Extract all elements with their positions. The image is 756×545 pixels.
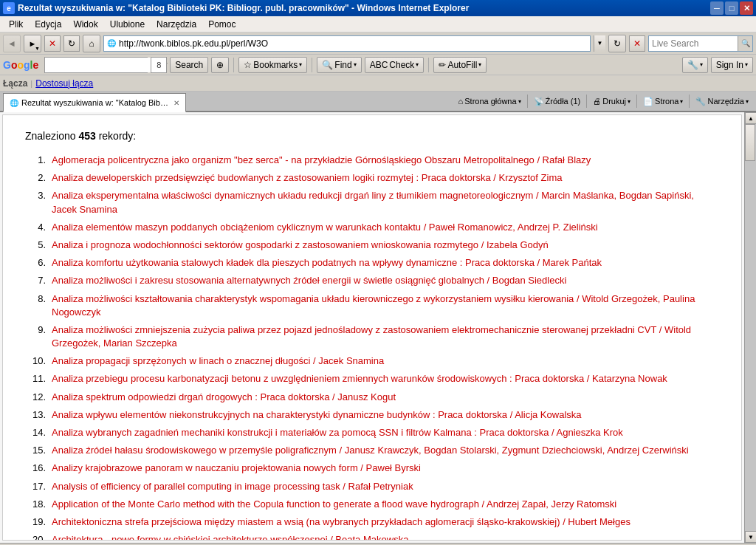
check-button[interactable]: ABC Check ▾ — [365, 57, 425, 73]
item-number: 7. — [25, 274, 46, 287]
scroll-track[interactable] — [745, 124, 756, 531]
item-number: 13. — [25, 408, 46, 422]
stop-button[interactable]: ✕ — [44, 35, 61, 52]
list-item: 2.Analiza deweloperskich przedsięwzięć b… — [25, 171, 719, 185]
google-search-input[interactable] — [45, 58, 162, 72]
customize-links[interactable]: Dostosuj łącza — [35, 78, 93, 89]
item-number: 5. — [25, 239, 46, 252]
add-button[interactable]: ⊕ — [211, 57, 229, 73]
item-link[interactable]: Analiza propagacji sprzężonych w linach … — [52, 354, 384, 368]
list-item: 20.Architektura - nowe formy w chińskiej… — [25, 533, 719, 541]
menu-ulubione[interactable]: Ulubione — [104, 18, 151, 31]
item-link[interactable]: Analiza komfortu użytkowania stalowych k… — [52, 256, 602, 270]
nav-bar: ◄ ► ▼ ✕ ↻ ⌂ 🌐 http://twonk.biblos.pk.edu… — [0, 32, 756, 55]
tools-toolbar-button[interactable]: 🔧 Narzędzia ▾ — [691, 95, 753, 108]
list-item: 3.Analiza eksperymentalna właściwości dy… — [25, 189, 719, 216]
page-toolbar-button[interactable]: 📄 Strona ▾ — [639, 95, 687, 108]
print-toolbar-button[interactable]: 🖨 Drukuj ▾ — [588, 95, 635, 107]
item-link[interactable]: Analiza deweloperskich przedsięwzięć bud… — [52, 171, 562, 185]
item-link[interactable]: Application of the Monte Carlo method wi… — [52, 498, 616, 511]
item-link[interactable]: Analiza możliwości zmniejszenia zużycia … — [52, 323, 719, 350]
tab-label: Rezultat wyszukiwania w: "Katalog Biblio… — [21, 98, 169, 107]
maximize-button[interactable]: □ — [725, 1, 738, 15]
signin-button[interactable]: Sign In ▾ — [711, 57, 753, 73]
item-number: 3. — [25, 189, 46, 216]
find-button[interactable]: 🔍 Find ▾ — [317, 57, 361, 73]
item-number: 20. — [25, 533, 46, 541]
menu-pomoc[interactable]: Pomoc — [202, 18, 241, 31]
forward-button[interactable]: ► ▼ — [24, 35, 41, 52]
item-link[interactable]: Analizy krajobrazowe panoram w nauczaniu… — [52, 462, 421, 475]
item-link[interactable]: Analiza i prognoza wodochłonności sektor… — [52, 239, 549, 252]
item-link[interactable]: Analiza wybranych zagadnień mechaniki ko… — [52, 426, 623, 439]
list-item: 16.Analizy krajobrazowe panoram w naucza… — [25, 462, 719, 475]
item-number: 11. — [25, 372, 46, 385]
close-button[interactable]: ✕ — [740, 1, 753, 15]
tb-sep3 — [636, 95, 637, 108]
item-number: 4. — [25, 221, 46, 234]
google-rank: 8 — [151, 57, 167, 73]
item-number: 8. — [25, 292, 46, 319]
item-link[interactable]: Aglomeracja policentryczna jako organizm… — [52, 154, 591, 167]
item-number: 19. — [25, 515, 46, 529]
google-search-button[interactable]: Search — [170, 57, 208, 73]
autofill-button[interactable]: ✏ AutoFill ▾ — [433, 57, 487, 73]
item-link[interactable]: Analiza wpływu elementów niekonstrukcyjn… — [52, 408, 582, 422]
item-link[interactable]: Architektoniczna strefa przejściowa międ… — [52, 515, 630, 529]
tab-right-buttons: ⌂ Strona główna ▾ 📡 Źródła (1) 🖨 Drukuj … — [454, 95, 753, 108]
tab-bar: 🌐 Rezultat wyszukiwania w: "Katalog Bibl… — [0, 92, 756, 112]
scroll-thumb[interactable] — [745, 124, 755, 161]
minimize-button[interactable]: ─ — [710, 1, 724, 15]
back-button[interactable]: ◄ — [3, 35, 21, 52]
settings-button[interactable]: 🔧 ▾ — [682, 57, 708, 73]
live-search-input[interactable] — [649, 36, 738, 51]
item-number: 15. — [25, 444, 46, 457]
list-item: 13.Analiza wpływu elementów niekonstrukc… — [25, 408, 719, 422]
tab-close-button[interactable]: ✕ — [173, 99, 179, 107]
live-search-box: 🔍 — [648, 35, 753, 52]
address-bar[interactable]: 🌐 http://twonk.biblos.pk.edu.pl/perl/W3O — [103, 35, 591, 52]
item-link[interactable]: Analiza elementów maszyn poddanych obcią… — [52, 221, 598, 234]
item-link[interactable]: Analysis of efficiency of parallel compu… — [52, 480, 413, 493]
item-link[interactable]: Analiza możliwości i zakresu stosowania … — [52, 274, 566, 287]
menu-narzedzia[interactable]: Narzędzia — [151, 18, 202, 31]
menu-bar: Plik Edycja Widok Ulubione Narzędzia Pom… — [0, 16, 756, 32]
home-toolbar-button[interactable]: ⌂ Strona główna ▾ — [454, 95, 526, 107]
item-link[interactable]: Analiza przebiegu procesu karbonatyzacji… — [52, 372, 667, 385]
item-link[interactable]: Analiza eksperymentalna właściwości dyna… — [52, 189, 719, 216]
list-item: 6.Analiza komfortu użytkowania stalowych… — [25, 256, 719, 270]
live-search-button[interactable]: 🔍 — [738, 36, 752, 51]
menu-widok[interactable]: Widok — [67, 18, 103, 31]
list-item: 5.Analiza i prognoza wodochłonności sekt… — [25, 239, 719, 252]
tb-sep2 — [586, 95, 587, 108]
item-link[interactable]: Analiza źródeł hałasu środowiskowego w p… — [52, 444, 689, 457]
item-number: 14. — [25, 426, 46, 439]
item-number: 18. — [25, 498, 46, 511]
item-number: 16. — [25, 462, 46, 475]
address-dropdown-button[interactable]: ▼ — [594, 35, 605, 52]
item-number: 2. — [25, 171, 46, 185]
scroll-up-button[interactable]: ▲ — [745, 112, 756, 124]
refresh-button[interactable]: ↻ — [63, 35, 80, 52]
stop-x-button[interactable]: ✕ — [629, 35, 645, 52]
list-item: 9.Analiza możliwości zmniejszenia zużyci… — [25, 323, 719, 350]
feeds-toolbar-button[interactable]: 📡 Źródła (1) — [529, 95, 585, 108]
links-separator: | — [30, 79, 32, 88]
menu-plik[interactable]: Plik — [3, 18, 29, 31]
home-button[interactable]: ⌂ — [83, 35, 100, 52]
scroll-down-button[interactable]: ▼ — [745, 531, 756, 543]
result-header: Znaleziono 453 rekordy: — [25, 130, 719, 142]
result-count: 453 — [78, 130, 95, 142]
item-link[interactable]: Analiza możliwości kształtowania charakt… — [52, 292, 719, 319]
bookmarks-button[interactable]: ☆ Bookmarks ▾ — [238, 57, 307, 73]
app-icon: e — [3, 2, 15, 14]
item-link[interactable]: Architektura - nowe formy w chińskiej ar… — [52, 533, 408, 541]
menu-edycja[interactable]: Edycja — [29, 18, 67, 31]
links-bar: Łącza | Dostosuj łącza — [0, 75, 756, 92]
list-item: 10.Analiza propagacji sprzężonych w lina… — [25, 354, 719, 368]
tab-active[interactable]: 🌐 Rezultat wyszukiwania w: "Katalog Bibl… — [3, 93, 186, 112]
scrollbar: ▲ ▼ — [744, 112, 756, 543]
item-link[interactable]: Analiza spektrum odpowiedzi drgań drogow… — [52, 391, 396, 404]
refresh-go-button[interactable]: ↻ — [608, 35, 626, 52]
list-item: 11.Analiza przebiegu procesu karbonatyza… — [25, 372, 719, 385]
